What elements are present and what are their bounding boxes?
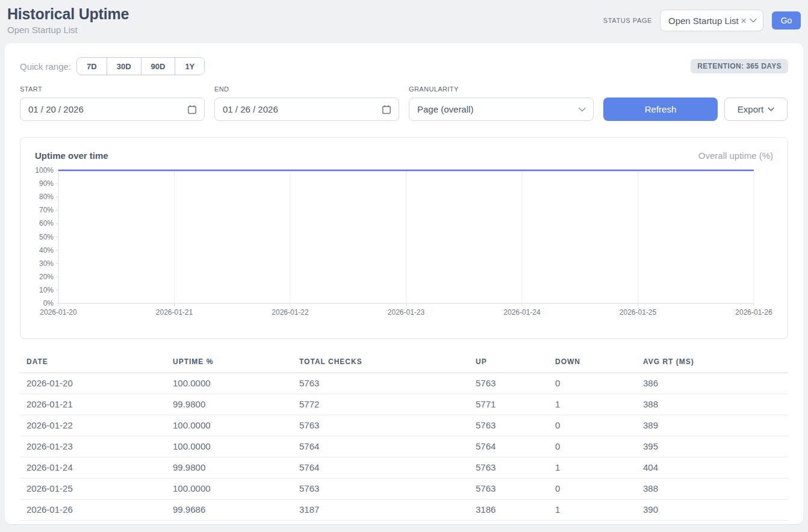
- cell-avg-rt: 395: [636, 436, 788, 457]
- svg-text:40%: 40%: [39, 246, 54, 255]
- page-subtitle: Open Startup List: [7, 25, 78, 35]
- svg-text:10%: 10%: [39, 286, 54, 294]
- cell-avg-rt: 404: [636, 457, 788, 478]
- quick-range-row: Quick range: 7D30D90D1Y RETENTION: 365 D…: [20, 57, 788, 75]
- chart-area: 2026-01-202026-01-212026-01-222026-01-23…: [20, 164, 788, 324]
- uptime-chart-card: Uptime over time Overall uptime (%) 2026…: [20, 137, 788, 339]
- chart-legend: Overall uptime (%): [698, 150, 773, 161]
- chevron-down-icon: [768, 107, 774, 111]
- svg-text:2026-01-21: 2026-01-21: [156, 308, 193, 317]
- cell-up: 3186: [469, 500, 549, 521]
- cell-total-checks: 5764: [293, 457, 469, 478]
- granularity-field: GRANULARITY Page (overall): [409, 85, 594, 121]
- svg-text:2026-01-24: 2026-01-24: [503, 308, 541, 317]
- cell-avg-rt: 386: [636, 373, 788, 394]
- uptime-table-section: DATEUPTIME %TOTAL CHECKSUPDOWNAVG RT (MS…: [20, 353, 788, 521]
- column-header: DATE: [20, 353, 166, 373]
- cell-date: 2026-01-21: [20, 394, 166, 415]
- calendar-icon[interactable]: [187, 105, 197, 114]
- table-row: 2026-01-20100.0000576357630386: [20, 373, 788, 394]
- cell-avg-rt: 388: [636, 394, 788, 415]
- quick-range-7d[interactable]: 7D: [77, 58, 107, 75]
- svg-text:30%: 30%: [39, 259, 54, 268]
- quick-range-90d[interactable]: 90D: [141, 58, 175, 75]
- go-button[interactable]: Go: [772, 11, 801, 29]
- cell-uptime-pct: 99.9800: [166, 457, 293, 478]
- cell-down: 0: [549, 373, 636, 394]
- start-date-field: START 01 / 20 / 2026: [20, 85, 205, 121]
- end-date-input[interactable]: 01 / 26 / 2026: [214, 97, 399, 121]
- column-header: AVG RT (MS): [636, 353, 788, 373]
- svg-text:100%: 100%: [35, 166, 54, 175]
- quick-range-label: Quick range:: [20, 61, 71, 72]
- granularity-value: Page (overall): [417, 104, 579, 114]
- column-header: TOTAL CHECKS: [293, 353, 469, 373]
- cell-uptime-pct: 100.0000: [166, 373, 293, 394]
- cell-date: 2026-01-23: [20, 436, 166, 457]
- svg-text:60%: 60%: [39, 219, 54, 227]
- cell-down: 0: [549, 436, 636, 457]
- table-row: 2026-01-22100.0000576357630389: [20, 415, 788, 436]
- cell-up: 5763: [469, 457, 549, 478]
- cell-uptime-pct: 100.0000: [166, 478, 293, 500]
- cell-avg-rt: 388: [636, 478, 788, 500]
- export-button[interactable]: Export: [724, 97, 788, 121]
- clear-selection-icon[interactable]: ×: [741, 16, 747, 26]
- quick-range-group: 7D30D90D1Y: [76, 57, 205, 75]
- svg-text:2026-01-23: 2026-01-23: [388, 308, 425, 317]
- main-panel: Quick range: 7D30D90D1Y RETENTION: 365 D…: [5, 43, 803, 524]
- granularity-select[interactable]: Page (overall): [409, 97, 594, 121]
- column-header: UPTIME %: [166, 353, 293, 373]
- table-row: 2026-01-25100.0000576357630388: [20, 478, 788, 500]
- cell-down: 1: [549, 500, 636, 521]
- svg-text:0%: 0%: [43, 299, 54, 308]
- cell-down: 0: [549, 478, 636, 500]
- chevron-down-icon: [579, 107, 586, 112]
- svg-text:50%: 50%: [39, 233, 54, 241]
- cell-avg-rt: 390: [636, 500, 788, 521]
- refresh-button[interactable]: Refresh: [603, 97, 718, 121]
- cell-date: 2026-01-22: [20, 415, 166, 436]
- table-row: 2026-01-2199.9800577257711388: [20, 394, 788, 415]
- calendar-icon[interactable]: [382, 105, 391, 114]
- uptime-table: DATEUPTIME %TOTAL CHECKSUPDOWNAVG RT (MS…: [20, 353, 788, 521]
- start-date-label: START: [20, 85, 205, 93]
- table-row: 2026-01-2699.9686318731861390: [20, 500, 788, 521]
- svg-text:2026-01-26: 2026-01-26: [735, 308, 772, 317]
- start-date-value: 01 / 20 / 2026: [28, 104, 187, 114]
- cell-up: 5764: [469, 436, 549, 457]
- cell-uptime-pct: 100.0000: [166, 415, 293, 436]
- chevron-down-icon: [750, 18, 757, 23]
- cell-total-checks: 5764: [293, 436, 469, 457]
- cell-total-checks: 3187: [293, 500, 469, 521]
- chart-title: Uptime over time: [35, 150, 108, 161]
- header-actions: STATUS PAGE Open Startup List × Go: [603, 10, 801, 31]
- cell-date: 2026-01-26: [20, 500, 166, 521]
- table-header-row: DATEUPTIME %TOTAL CHECKSUPDOWNAVG RT (MS…: [20, 353, 788, 373]
- export-button-label: Export: [738, 104, 763, 114]
- end-date-value: 01 / 26 / 2026: [223, 104, 382, 114]
- cell-total-checks: 5763: [293, 478, 469, 500]
- uptime-chart: 2026-01-202026-01-212026-01-222026-01-23…: [20, 164, 788, 322]
- cell-total-checks: 5772: [293, 394, 469, 415]
- cell-up: 5763: [469, 478, 549, 500]
- svg-text:20%: 20%: [39, 273, 54, 281]
- cell-down: 0: [549, 415, 636, 436]
- cell-up: 5763: [469, 373, 549, 394]
- status-page-select[interactable]: Open Startup List ×: [660, 10, 763, 31]
- status-page-selected-value: Open Startup List: [668, 16, 741, 26]
- cell-down: 1: [549, 394, 636, 415]
- cell-down: 1: [549, 457, 636, 478]
- svg-text:90%: 90%: [39, 179, 54, 188]
- quick-range-30d[interactable]: 30D: [107, 58, 141, 75]
- cell-uptime-pct: 99.9686: [166, 500, 293, 521]
- cell-date: 2026-01-20: [20, 373, 166, 394]
- start-date-input[interactable]: 01 / 20 / 2026: [20, 97, 205, 121]
- quick-range-1y[interactable]: 1Y: [175, 58, 204, 75]
- status-page-label: STATUS PAGE: [603, 17, 652, 24]
- column-header: DOWN: [549, 353, 636, 373]
- cell-avg-rt: 389: [636, 415, 788, 436]
- retention-badge: RETENTION: 365 DAYS: [691, 59, 788, 73]
- table-row: 2026-01-23100.0000576457640395: [20, 436, 788, 457]
- end-date-label: END: [214, 85, 399, 93]
